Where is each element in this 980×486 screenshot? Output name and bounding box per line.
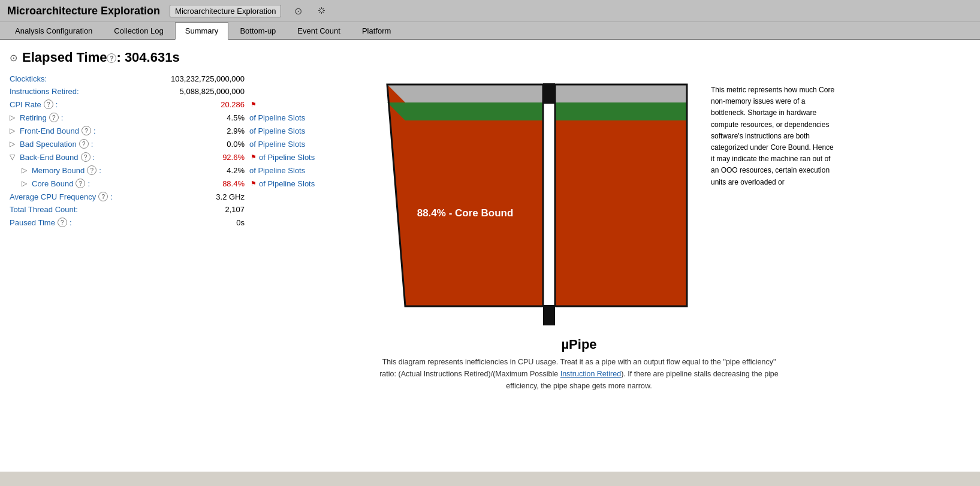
pipe-tooltip: This metric represents how much Core non… — [711, 84, 837, 188]
bad-spec-suffix: of Pipeline Slots — [249, 140, 305, 149]
pipe-right-gray-top — [555, 84, 687, 102]
tab-event-count[interactable]: Event Count — [287, 22, 351, 39]
help-icon-core[interactable]: ? — [76, 179, 85, 188]
main-content: ⊙ Elapsed Time?: 304.631s Clockticks: 10… — [0, 40, 980, 472]
paused-label[interactable]: Paused Time ?: — [10, 218, 153, 227]
gear-icon: ⛭ — [317, 5, 327, 16]
flag-icon-core: ⚑ — [251, 180, 257, 188]
flag-icon-backend: ⚑ — [251, 153, 257, 161]
help-icon-backend[interactable]: ? — [81, 152, 91, 162]
question-circle-icon: ⊙ — [294, 5, 302, 17]
elapsed-time-row: ⊙ Elapsed Time?: 304.631s — [10, 50, 970, 65]
content-row: Clockticks: 103,232,725,000,000 Instruct… — [10, 73, 970, 392]
upipe-section: µPipe This diagram represents inefficien… — [369, 337, 789, 392]
core-label[interactable]: ▷ Core Bound ?: — [10, 179, 153, 188]
metric-row-core: ▷ Core Bound ?: 88.4% ⚑ of Pipeline Slot… — [10, 177, 357, 190]
metric-row-retiring: ▷ Retiring ?: 4.5% of Pipeline Slots — [10, 111, 357, 124]
flag-icon-cpi: ⚑ — [251, 101, 257, 108]
frontend-value: 2.9% — [153, 126, 249, 135]
metric-row-bad-spec: ▷ Bad Speculation ?: 0.0% of Pipeline Sl… — [10, 137, 357, 150]
cpi-label[interactable]: CPI Rate ?: — [10, 99, 153, 109]
memory-label[interactable]: ▷ Memory Bound ?: — [10, 165, 153, 175]
paused-value: 0s — [153, 218, 249, 227]
help-icon-btn[interactable]: ⊙ — [291, 4, 305, 18]
upipe-description: This diagram represents inefficiencies i… — [375, 356, 783, 392]
avg-cpu-value: 3.2 GHz — [153, 192, 249, 201]
retiring-suffix: of Pipeline Slots — [249, 113, 305, 122]
backend-label[interactable]: ▽ Back-End Bound ?: — [10, 152, 153, 162]
core-value: 88.4% — [153, 179, 249, 188]
memory-suffix: of Pipeline Slots — [249, 166, 305, 175]
expand-core[interactable]: ▷ — [22, 179, 27, 188]
memory-value: 4.2% — [153, 166, 249, 175]
instructions-value: 5,088,825,000,000 — [153, 87, 249, 96]
threads-value: 2,107 — [153, 205, 249, 214]
metric-row-backend: ▽ Back-End Bound ?: 92.6% ⚑ of Pipeline … — [10, 150, 357, 164]
backend-value: 92.6% — [153, 153, 249, 162]
expand-memory[interactable]: ▷ — [22, 166, 27, 174]
metric-row-frontend: ▷ Front-End Bound ?: 2.9% of Pipeline Sl… — [10, 124, 357, 137]
metric-row-clockticks: Clockticks: 103,232,725,000,000 — [10, 73, 357, 85]
retiring-value: 4.5% — [153, 113, 249, 122]
instructions-label[interactable]: Instructions Retired: — [10, 87, 153, 96]
pipe-diagram: 88.4% - Core Bound This metric represent… — [369, 73, 705, 332]
backend-suffix: of Pipeline Slots — [259, 153, 315, 162]
expand-retiring[interactable]: ▷ — [10, 113, 15, 122]
bad-spec-value: 0.0% — [153, 140, 249, 149]
help-icon-bad-spec[interactable]: ? — [79, 139, 89, 149]
help-icon-paused[interactable]: ? — [58, 218, 67, 227]
expand-frontend[interactable]: ▷ — [10, 126, 15, 135]
help-icon-elapsed[interactable]: ? — [107, 53, 116, 63]
help-icon-cpi[interactable]: ? — [44, 99, 53, 109]
help-icon-retiring[interactable]: ? — [49, 113, 59, 122]
tab-summary[interactable]: Summary — [175, 22, 229, 40]
top-connector — [543, 83, 555, 104]
collapse-icon[interactable]: ⊙ — [10, 52, 17, 64]
avg-cpu-label[interactable]: Average CPU Frequency ?: — [10, 192, 153, 201]
help-icon-memory[interactable]: ? — [87, 165, 97, 175]
metric-row-avg-cpu: Average CPU Frequency ?: 3.2 GHz — [10, 190, 357, 203]
dropdown-button[interactable]: Microarchitecture Exploration — [170, 5, 281, 17]
tab-analysis-config[interactable]: Analysis Configuration — [5, 22, 102, 39]
pipe-right-green — [555, 102, 687, 120]
pipe-left-green — [387, 102, 543, 120]
tab-platform[interactable]: Platform — [352, 22, 401, 39]
core-bound-text: 88.4% - Core Bound — [417, 207, 514, 219]
clockticks-value: 103,232,725,000,000 — [153, 74, 249, 83]
instruction-retired-link[interactable]: Instruction Retired — [560, 370, 621, 378]
tab-bottom-up[interactable]: Bottom-up — [230, 22, 286, 39]
help-icon-frontend[interactable]: ? — [82, 126, 91, 135]
frontend-label[interactable]: ▷ Front-End Bound ?: — [10, 126, 153, 135]
pipe-svg: 88.4% - Core Bound — [369, 73, 705, 330]
left-panel: Clockticks: 103,232,725,000,000 Instruct… — [10, 73, 357, 392]
threads-label[interactable]: Total Thread Count: — [10, 205, 153, 214]
metric-row-paused: Paused Time ?: 0s — [10, 216, 357, 229]
expand-backend[interactable]: ▽ — [10, 153, 15, 161]
title-bar: Microarchitecture Exploration Microarchi… — [0, 0, 980, 22]
metric-row-instructions: Instructions Retired: 5,088,825,000,000 — [10, 85, 357, 98]
metric-row-memory: ▷ Memory Bound ?: 4.2% of Pipeline Slots — [10, 164, 357, 177]
retiring-label[interactable]: ▷ Retiring ?: — [10, 113, 153, 122]
config-icon-btn[interactable]: ⛭ — [315, 4, 329, 18]
cpi-value: 20.286 — [153, 100, 249, 109]
app-title: Microarchitecture Exploration — [7, 5, 160, 17]
bad-spec-label[interactable]: ▷ Bad Speculation ?: — [10, 139, 153, 149]
elapsed-time-heading: Elapsed Time?: 304.631s — [22, 50, 180, 65]
metric-row-threads: Total Thread Count: 2,107 — [10, 203, 357, 216]
tab-collection-log[interactable]: Collection Log — [104, 22, 173, 39]
tab-bar: Analysis Configuration Collection Log Su… — [0, 22, 980, 40]
expand-bad-spec[interactable]: ▷ — [10, 140, 15, 148]
bottom-connector — [543, 305, 555, 325]
upipe-title: µPipe — [369, 337, 789, 352]
core-suffix: of Pipeline Slots — [259, 179, 315, 188]
right-panel: 88.4% - Core Bound This metric represent… — [369, 73, 970, 392]
clockticks-label[interactable]: Clockticks: — [10, 74, 153, 83]
frontend-suffix: of Pipeline Slots — [249, 126, 305, 135]
help-icon-avgcpu[interactable]: ? — [98, 192, 108, 201]
pipe-left-gray-top — [387, 84, 543, 102]
metric-row-cpi: CPI Rate ?: 20.286 ⚑ — [10, 98, 357, 111]
